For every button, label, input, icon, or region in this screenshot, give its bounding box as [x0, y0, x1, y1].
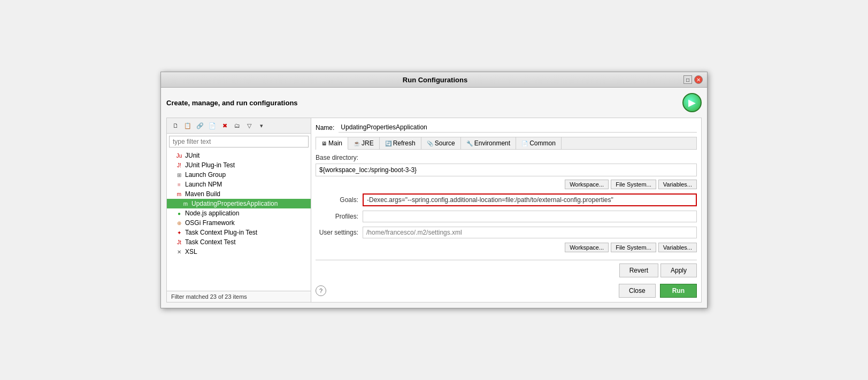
- window-body: Create, manage, and run configurations ▶…: [161, 88, 707, 308]
- user-settings-label: User settings:: [316, 229, 358, 236]
- list-item[interactable]: ⊞ Launch Group: [167, 170, 311, 180]
- user-settings-row: User settings:: [316, 227, 697, 238]
- list-item[interactable]: ≡ Launch NPM: [167, 180, 311, 189]
- list-item-label: Node.js application: [185, 210, 239, 217]
- close-button-footer[interactable]: Close: [619, 284, 656, 298]
- list-item[interactable]: ⊕ OSGi Framework: [167, 218, 311, 228]
- user-settings-btn-row: Workspace... File System... Variables...: [316, 243, 697, 252]
- list-item-label: OSGi Framework: [185, 219, 235, 227]
- tab-jre[interactable]: ☕ JRE: [348, 137, 380, 149]
- source-tab-icon: 📎: [427, 141, 433, 146]
- goals-input[interactable]: [363, 193, 697, 206]
- main-layout: 🗋 📋 🔗 📄 ✖ 🗂 ▽ ▾ Ju JUnit: [166, 118, 702, 303]
- list-item-label: Launch Group: [185, 171, 226, 179]
- environment-tab-icon: 🔧: [466, 141, 473, 146]
- list-item[interactable]: Ju JUnit: [167, 151, 311, 160]
- name-label: Name:: [316, 124, 334, 131]
- goals-row: Goals:: [316, 193, 697, 206]
- tab-main-label: Main: [328, 139, 342, 147]
- workspace-btn-2[interactable]: Workspace...: [565, 243, 609, 252]
- list-item-label: Maven Build: [185, 190, 220, 198]
- tab-environment[interactable]: 🔧 Environment: [461, 137, 516, 149]
- maven-build-icon: m: [175, 191, 183, 197]
- footer-row: ? Close Run: [316, 282, 697, 298]
- copy-button[interactable]: 📄: [207, 120, 218, 131]
- file-system-btn-2[interactable]: File System...: [611, 243, 656, 252]
- list-item[interactable]: m Maven Build: [167, 189, 311, 199]
- link-button[interactable]: 🔗: [195, 120, 205, 131]
- list-item-label: XSL: [185, 248, 197, 255]
- run-button[interactable]: Run: [660, 284, 697, 298]
- base-dir-btn-row: Workspace... File System... Variables...: [316, 180, 697, 189]
- common-tab-icon: 📄: [521, 141, 528, 146]
- duplicate-button[interactable]: 📋: [182, 120, 193, 131]
- tabs-bar: 🖥 Main ☕ JRE 🔄 Refresh 📎 Source: [316, 137, 697, 150]
- run-header-icon[interactable]: ▶: [682, 93, 702, 112]
- base-directory-value: ${workspace_loc:/spring-boot-3-3}: [316, 164, 697, 176]
- variables-btn-1[interactable]: Variables...: [658, 180, 697, 189]
- list-item-label: JUnit: [185, 152, 199, 159]
- osgi-icon: ⊕: [175, 220, 183, 226]
- left-toolbar: 🗋 📋 🔗 📄 ✖ 🗂 ▽ ▾: [167, 118, 311, 134]
- tab-common[interactable]: 📄 Common: [516, 137, 562, 149]
- main-tab-icon: 🖥: [321, 141, 327, 146]
- list-item-selected[interactable]: m UpdatingPropertiesApplication: [167, 199, 311, 208]
- tab-jre-label: JRE: [362, 139, 374, 147]
- variables-btn-2[interactable]: Variables...: [658, 243, 697, 252]
- window-subtitle: Create, manage, and run configurations: [166, 99, 298, 107]
- name-input[interactable]: [339, 122, 697, 133]
- help-button[interactable]: ?: [316, 285, 326, 296]
- launch-group-icon: ⊞: [175, 172, 183, 178]
- goals-label: Goals:: [316, 196, 358, 204]
- dropdown-button[interactable]: ▾: [256, 120, 267, 131]
- collapse-button[interactable]: 🗂: [232, 120, 242, 131]
- tab-refresh-label: Refresh: [393, 139, 416, 147]
- header-row: Create, manage, and run configurations ▶: [166, 93, 702, 112]
- user-settings-input[interactable]: [363, 227, 697, 238]
- window-controls: □ ✕: [683, 75, 703, 84]
- tab-source[interactable]: 📎 Source: [421, 137, 461, 149]
- apply-button[interactable]: Apply: [660, 263, 697, 277]
- list-item-label: UpdatingPropertiesApplication: [191, 200, 278, 207]
- xsl-icon: ✕: [175, 249, 183, 255]
- new-config-button[interactable]: 🗋: [170, 120, 181, 131]
- title-bar: Run Configurations □ ✕: [161, 72, 707, 88]
- file-system-btn-1[interactable]: File System...: [611, 180, 656, 189]
- left-panel: 🗋 📋 🔗 📄 ✖ 🗂 ▽ ▾ Ju JUnit: [167, 118, 311, 302]
- revert-apply-row: Revert Apply: [316, 263, 697, 277]
- delete-button[interactable]: ✖: [219, 120, 230, 131]
- tab-environment-label: Environment: [474, 139, 510, 147]
- filter-button[interactable]: ▽: [244, 120, 255, 131]
- junit-plugin-icon: J!: [175, 162, 183, 168]
- jre-tab-icon: ☕: [354, 141, 360, 146]
- list-item[interactable]: Jt Task Context Test: [167, 237, 311, 247]
- refresh-tab-icon: 🔄: [385, 141, 391, 146]
- run-configurations-window: Run Configurations □ ✕ Create, manage, a…: [160, 72, 708, 308]
- divider: [316, 260, 697, 260]
- filter-input[interactable]: [169, 136, 309, 148]
- workspace-btn-1[interactable]: Workspace...: [565, 180, 609, 189]
- footer-btn-group: Close Run: [619, 284, 697, 298]
- list-item-label: Task Context Test: [185, 238, 236, 246]
- updating-props-icon: m: [182, 201, 189, 207]
- minimize-button[interactable]: □: [683, 75, 692, 84]
- tab-common-label: Common: [529, 139, 556, 147]
- list-item[interactable]: ✕ XSL: [167, 247, 311, 257]
- list-item-label: Task Context Plug-in Test: [185, 229, 257, 236]
- list-item[interactable]: ✦ Task Context Plug-in Test: [167, 228, 311, 237]
- nodejs-icon: ●: [175, 211, 183, 216]
- tab-main[interactable]: 🖥 Main: [316, 137, 348, 150]
- close-button[interactable]: ✕: [694, 75, 703, 84]
- filter-status: Filter matched 23 of 23 items: [167, 291, 311, 302]
- profiles-input[interactable]: [363, 211, 697, 222]
- tab-source-label: Source: [435, 139, 455, 147]
- list-item[interactable]: J! JUnit Plug-in Test: [167, 160, 311, 170]
- right-panel: Name: 🖥 Main ☕ JRE 🔄 Refresh: [311, 118, 701, 302]
- list-item[interactable]: ● Node.js application: [167, 208, 311, 218]
- junit-icon: Ju: [175, 153, 183, 159]
- window-title: Run Configurations: [187, 76, 683, 84]
- tab-refresh[interactable]: 🔄 Refresh: [380, 137, 421, 149]
- launch-npm-icon: ≡: [175, 182, 183, 188]
- revert-button[interactable]: Revert: [619, 263, 658, 277]
- list-item-label: JUnit Plug-in Test: [185, 161, 235, 169]
